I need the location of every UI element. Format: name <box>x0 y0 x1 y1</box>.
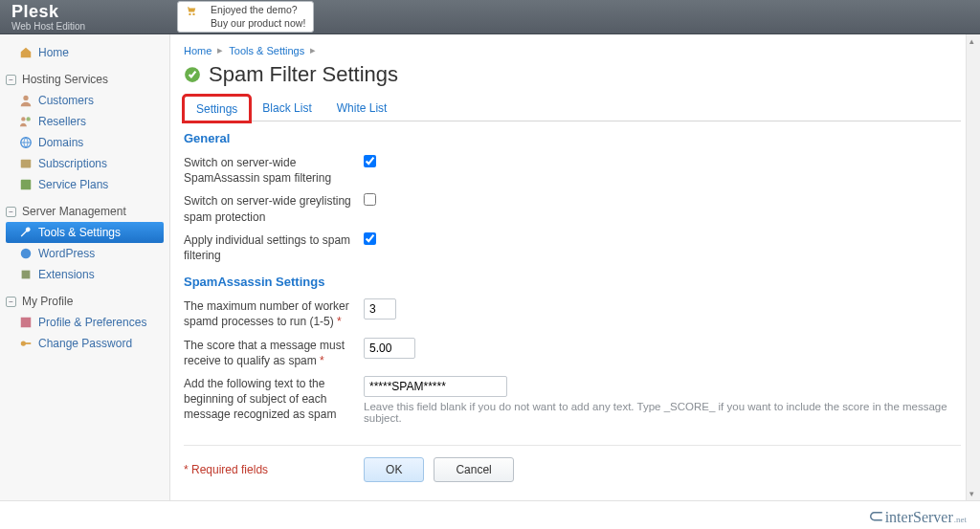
label-subject-prefix: Add the following text to the beginning … <box>184 376 352 423</box>
brand-subtitle: Web Host Edition <box>11 22 85 32</box>
svg-rect-10 <box>25 342 31 344</box>
divider <box>184 445 961 446</box>
demo-line1: Enjoyed the demo? <box>211 4 305 16</box>
cart-icon <box>184 5 197 18</box>
input-subject-prefix[interactable] <box>364 376 507 397</box>
top-bar: Plesk Web Host Edition Enjoyed the demo?… <box>0 0 980 34</box>
collapse-icon: − <box>6 297 16 307</box>
sidebar-group-label: Hosting Services <box>22 73 108 86</box>
sidebar-group-label: Server Management <box>22 205 126 218</box>
sidebar-item-label: Subscriptions <box>38 157 107 170</box>
breadcrumb-tools[interactable]: Tools & Settings <box>229 45 304 56</box>
tabs: Settings Black List White List <box>184 95 961 121</box>
required-marker: * <box>320 354 324 367</box>
label-individual-settings: Apply individual settings to spam filter… <box>184 232 352 263</box>
label-worker-processes: The maximum number of worker spamd proce… <box>184 298 352 329</box>
breadcrumb: Home ▸ Tools & Settings ▸ <box>184 44 961 56</box>
input-spam-score[interactable] <box>364 338 415 359</box>
svg-rect-8 <box>21 318 32 328</box>
tab-blacklist[interactable]: Black List <box>250 95 323 121</box>
input-worker-processes[interactable] <box>364 298 396 320</box>
scrollbar[interactable] <box>966 34 980 500</box>
sidebar-item-home[interactable]: Home <box>0 42 169 63</box>
ok-button[interactable]: OK <box>364 457 424 482</box>
plans-icon <box>19 178 33 191</box>
users-icon <box>19 115 33 128</box>
collapse-icon: − <box>6 207 16 217</box>
label-greylist: Switch on server-wide greylisting spam p… <box>184 193 352 224</box>
checkbox-individual-settings[interactable] <box>364 232 376 245</box>
section-spamassassin: SpamAssassin Settings <box>184 275 961 289</box>
profile-icon <box>19 316 33 329</box>
cancel-button[interactable]: Cancel <box>434 457 513 482</box>
user-icon <box>19 94 33 107</box>
svg-point-0 <box>23 96 28 100</box>
tab-whitelist[interactable]: White List <box>324 95 400 121</box>
chevron-right-icon: ▸ <box>310 44 316 56</box>
required-marker: * <box>337 315 342 328</box>
sidebar-item-customers[interactable]: Customers <box>0 90 169 111</box>
checkbox-greylist[interactable] <box>364 193 376 206</box>
footer-brand: ⊂interServer.net <box>868 504 967 527</box>
sidebar-item-label: Domains <box>38 136 83 149</box>
sidebar-item-label: Profile & Preferences <box>38 316 146 329</box>
sidebar-item-change-password[interactable]: Change Password <box>0 333 169 354</box>
sidebar-item-resellers[interactable]: Resellers <box>0 111 169 132</box>
page-title: Spam Filter Settings <box>209 62 398 87</box>
sidebar-group-label: My Profile <box>22 295 73 308</box>
home-icon <box>19 46 33 59</box>
chevron-right-icon: ▸ <box>217 44 223 56</box>
sidebar-item-label: Service Plans <box>38 178 108 191</box>
brand-title: Plesk <box>11 3 85 20</box>
svg-rect-5 <box>21 180 32 190</box>
sidebar-item-label: Extensions <box>38 268 95 281</box>
subscription-icon <box>19 157 33 170</box>
wrench-icon <box>19 226 33 239</box>
sidebar-item-label: Tools & Settings <box>38 226 121 239</box>
check-circle-icon <box>184 66 201 83</box>
sidebar-item-label: Change Password <box>38 337 132 350</box>
sidebar-item-extensions[interactable]: Extensions <box>0 264 169 285</box>
sidebar-group-server[interactable]: − Server Management <box>0 195 169 222</box>
key-icon <box>19 337 33 350</box>
footer: ⊂interServer.net <box>0 500 980 529</box>
svg-rect-7 <box>22 271 31 279</box>
demo-promo[interactable]: Enjoyed the demo? Buy our product now! <box>177 1 314 32</box>
demo-line2: Buy our product now! <box>211 17 305 30</box>
sidebar-item-label: Home <box>38 46 69 59</box>
sidebar-item-domains[interactable]: Domains <box>0 132 169 153</box>
sidebar-item-subscriptions[interactable]: Subscriptions <box>0 153 169 174</box>
label-spam-score: The score that a message must receive to… <box>184 338 352 368</box>
checkbox-serverwide-filter[interactable] <box>364 155 376 167</box>
svg-point-2 <box>26 117 30 121</box>
required-fields-note: * Required fields <box>184 463 268 476</box>
svg-point-1 <box>21 117 25 121</box>
sidebar-item-profile-prefs[interactable]: Profile & Preferences <box>0 312 169 333</box>
brand: Plesk Web Host Edition <box>11 3 85 32</box>
svg-point-6 <box>21 249 32 259</box>
hint-subject-prefix: Leave this field blank if you do not wan… <box>364 401 961 424</box>
sidebar-item-label: WordPress <box>38 247 95 260</box>
sidebar-item-service-plans[interactable]: Service Plans <box>0 174 169 195</box>
collapse-icon: − <box>6 75 16 85</box>
sidebar-item-label: Resellers <box>38 115 86 128</box>
sidebar-item-wordpress[interactable]: WordPress <box>0 243 169 264</box>
sidebar-group-hosting[interactable]: − Hosting Services <box>0 63 169 90</box>
main-content: Home ▸ Tools & Settings ▸ Spam Filter Se… <box>170 34 980 500</box>
sidebar: Home − Hosting Services Customers Resell… <box>0 34 170 500</box>
sidebar-item-tools-settings[interactable]: Tools & Settings <box>6 222 164 243</box>
wordpress-icon <box>19 247 33 260</box>
sidebar-group-profile[interactable]: − My Profile <box>0 285 169 312</box>
breadcrumb-home[interactable]: Home <box>184 45 212 56</box>
svg-rect-4 <box>21 160 32 168</box>
sidebar-item-label: Customers <box>38 94 94 107</box>
puzzle-icon <box>19 268 33 281</box>
section-general: General <box>184 131 961 145</box>
tab-settings[interactable]: Settings <box>184 96 250 121</box>
label-serverwide-filter: Switch on server-wide SpamAssassin spam … <box>184 155 352 186</box>
globe-icon <box>19 136 33 149</box>
